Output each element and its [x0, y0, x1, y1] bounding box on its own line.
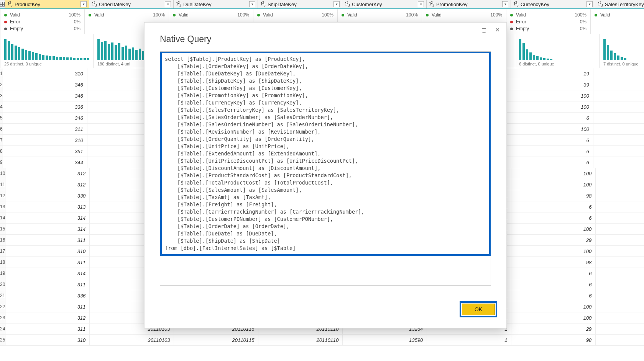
cell[interactable]: 6: [511, 290, 596, 301]
cell[interactable]: 100: [511, 179, 596, 190]
cell[interactable]: [596, 279, 644, 290]
row-number[interactable]: 9: [0, 157, 3, 168]
row-number[interactable]: 5: [0, 113, 3, 123]
row-number[interactable]: 8: [0, 146, 3, 157]
cell[interactable]: 20110103: [90, 335, 174, 345]
row-number[interactable]: 15: [0, 224, 5, 234]
row-number[interactable]: 3: [0, 90, 3, 101]
cell[interactable]: 311: [3, 124, 87, 134]
cell[interactable]: 13590: [343, 335, 427, 345]
cell[interactable]: 312: [5, 179, 90, 190]
row-number[interactable]: 23: [0, 312, 5, 323]
cell[interactable]: 310: [3, 135, 87, 145]
cell[interactable]: 19: [509, 68, 593, 79]
cell[interactable]: 100: [511, 301, 596, 312]
cell[interactable]: 310: [3, 68, 87, 79]
row-number[interactable]: 14: [0, 212, 5, 223]
cell[interactable]: [593, 124, 644, 134]
table-row[interactable]: 2531020110103201101152011011013590198: [0, 335, 644, 346]
cell[interactable]: [596, 190, 644, 201]
cell[interactable]: 100: [511, 246, 596, 256]
ok-button[interactable]: OK: [462, 304, 495, 315]
cell[interactable]: [593, 157, 644, 168]
cell[interactable]: 313: [5, 201, 90, 212]
column-header-orderdatekey[interactable]: 123 OrderDateKey ▾: [89, 0, 174, 8]
column-filter-dropdown[interactable]: ▾: [334, 1, 340, 7]
cell[interactable]: 336: [3, 101, 87, 112]
cell[interactable]: 311: [5, 301, 90, 312]
column-header-customerkey[interactable]: 123 CustomerKey ▾: [342, 0, 427, 8]
cell[interactable]: 336: [5, 290, 90, 301]
cell[interactable]: [596, 268, 644, 279]
cell[interactable]: 314: [5, 268, 90, 279]
cell[interactable]: 39: [509, 79, 593, 90]
cell[interactable]: 312: [5, 168, 90, 179]
cell[interactable]: 310: [5, 335, 90, 345]
cell[interactable]: 310: [5, 246, 90, 256]
cell[interactable]: 29: [511, 323, 596, 334]
cell[interactable]: [596, 257, 644, 268]
column-filter-dropdown[interactable]: ▾: [586, 1, 593, 7]
cell[interactable]: 6: [511, 279, 596, 290]
cell[interactable]: 20110115: [174, 335, 258, 345]
row-number[interactable]: 22: [0, 301, 5, 312]
column-header-shipdatekey[interactable]: 123 ShipDateKey ▾: [258, 0, 342, 8]
column-header-currencykey[interactable]: 123 CurrencyKey ▾: [511, 0, 595, 8]
maximize-button[interactable]: ▢: [477, 25, 490, 35]
column-header-duedatekey[interactable]: 123 DueDateKey ▾: [174, 0, 258, 8]
cell[interactable]: 100: [509, 90, 593, 101]
cell[interactable]: 6: [511, 212, 596, 223]
row-number[interactable]: 24: [0, 323, 5, 334]
row-number[interactable]: 19: [0, 268, 5, 279]
cell[interactable]: 100: [511, 168, 596, 179]
cell[interactable]: 98: [511, 257, 596, 268]
cell[interactable]: 311: [5, 279, 90, 290]
cell[interactable]: 314: [5, 212, 90, 223]
cell[interactable]: 346: [3, 90, 87, 101]
cell[interactable]: 100: [509, 101, 593, 112]
cell[interactable]: 100: [511, 312, 596, 323]
cell[interactable]: 1: [427, 335, 511, 345]
row-number[interactable]: 1: [0, 68, 3, 79]
cell[interactable]: 311: [5, 235, 90, 245]
row-number[interactable]: 12: [0, 190, 5, 201]
cell[interactable]: 100: [511, 224, 596, 234]
cell[interactable]: [596, 179, 644, 190]
cell[interactable]: 6: [509, 135, 593, 145]
row-number[interactable]: 18: [0, 257, 5, 268]
cell[interactable]: 314: [5, 224, 90, 234]
cell[interactable]: [596, 323, 644, 334]
cell[interactable]: [596, 290, 644, 301]
column-header-productkey[interactable]: 123 ProductKey ▾: [5, 0, 89, 8]
cell[interactable]: [593, 135, 644, 145]
row-number[interactable]: 25: [0, 335, 5, 345]
cell[interactable]: 6: [511, 268, 596, 279]
close-button[interactable]: ✕: [491, 25, 504, 35]
cell[interactable]: 6: [511, 201, 596, 212]
cell[interactable]: [593, 68, 644, 79]
row-number[interactable]: 2: [0, 79, 3, 90]
column-filter-dropdown[interactable]: ▾: [80, 1, 87, 7]
cell[interactable]: [596, 168, 644, 179]
cell[interactable]: 346: [3, 79, 87, 90]
column-header-salesterritorykey[interactable]: 123 SalesTerritoryKey ▾: [595, 0, 644, 8]
cell[interactable]: 100: [509, 124, 593, 134]
cell[interactable]: [596, 246, 644, 256]
column-filter-dropdown[interactable]: ▾: [249, 1, 255, 7]
cell[interactable]: 344: [3, 157, 87, 168]
cell[interactable]: 20110110: [258, 335, 343, 345]
row-number[interactable]: 16: [0, 235, 5, 245]
column-filter-dropdown[interactable]: ▾: [165, 1, 171, 7]
cell[interactable]: [596, 224, 644, 234]
cell[interactable]: 311: [5, 257, 90, 268]
cell[interactable]: 312: [5, 312, 90, 323]
cell[interactable]: 6: [509, 113, 593, 123]
cell[interactable]: [596, 335, 644, 345]
cell[interactable]: [593, 90, 644, 101]
cell[interactable]: [596, 312, 644, 323]
cell[interactable]: 311: [5, 323, 90, 334]
row-number[interactable]: 17: [0, 246, 5, 256]
cell[interactable]: 98: [511, 190, 596, 201]
column-header-promotionkey[interactable]: 123 PromotionKey ▾: [427, 0, 511, 8]
cell[interactable]: [593, 101, 644, 112]
